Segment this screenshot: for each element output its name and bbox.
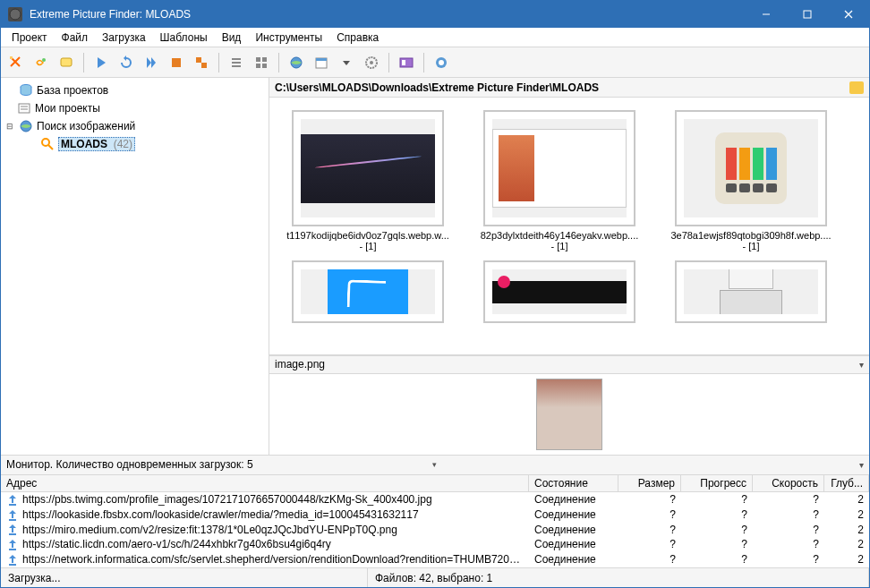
row-address: https://lookaside.fbsbx.com/lookaside/cr…	[1, 508, 529, 522]
monitor-row[interactable]: https://lookaside.fbsbx.com/lookaside/cr…	[1, 507, 869, 523]
svg-line-38	[48, 145, 53, 149]
svg-rect-2	[804, 11, 811, 18]
col-speed[interactable]: Скорость	[753, 475, 824, 491]
expander-icon[interactable]: ⊟	[4, 122, 15, 131]
status-files: Файлов: 42, выбрано: 1	[368, 568, 869, 587]
content-area: C:\Users\MLOADS\Downloads\Extreme Pictur…	[269, 78, 869, 455]
row-depth: 2	[824, 493, 869, 507]
thumbnail-item[interactable]	[470, 260, 649, 323]
tree-item-search[interactable]: ⊟ Поиск изображений	[4, 117, 265, 135]
chevron-down-icon[interactable]: ▾	[859, 360, 864, 370]
row-speed: ?	[753, 553, 824, 567]
row-size: ?	[618, 508, 681, 522]
col-depth[interactable]: Глуб...	[824, 475, 869, 491]
svg-rect-21	[262, 64, 267, 68]
tree-label: Поиск изображений	[37, 120, 135, 132]
tree-label: Мои проекты	[35, 102, 100, 115]
thumbnail-item[interactable]: 3e78a1ewjsf89qtobgi309h8f.webp.... - [1]	[661, 110, 840, 251]
row-speed: ?	[753, 538, 824, 551]
globe-button[interactable]	[285, 51, 308, 74]
monitor-row[interactable]: https://static.licdn.com/aero-v1/sc/h/24…	[1, 537, 869, 552]
tree-item-projects[interactable]: Мои проекты	[4, 99, 265, 117]
svg-point-0	[10, 9, 21, 20]
open-folder-button[interactable]	[849, 81, 864, 94]
titlebar: Extreme Picture Finder: MLOADS	[1, 1, 869, 28]
tree-label: База проектов	[37, 84, 108, 97]
monitor-row[interactable]: https://network.informatica.com/sfc/serv…	[1, 552, 869, 567]
skip-button[interactable]	[140, 51, 163, 74]
tree-item-db[interactable]: База проектов	[4, 81, 265, 99]
status-left: Загрузка...	[1, 568, 368, 587]
monitor-header[interactable]: Монитор. Количество одновременных загруз…	[1, 456, 869, 475]
thumbnail-grid[interactable]: t1197kodijqbe6idv0oz7gqls.webp.w... - [1…	[269, 98, 869, 355]
svg-point-31	[439, 60, 444, 65]
row-state: Соединение	[529, 524, 618, 537]
row-size: ?	[618, 538, 681, 551]
thumb-name: 82p3dylxtdeith46y146eyakv.webp....	[474, 230, 644, 241]
dropdown-arrow-button[interactable]	[335, 51, 358, 74]
thumbnail-item[interactable]	[661, 260, 840, 323]
close-button[interactable]	[828, 1, 869, 28]
menu-file[interactable]: Файл	[55, 30, 96, 46]
new-project-button[interactable]	[4, 51, 28, 74]
tree-item-active-project[interactable]: MLOADS (42)	[4, 135, 265, 153]
toolbar-separator	[388, 53, 389, 72]
row-state: Соединение	[529, 508, 618, 522]
menu-help[interactable]: Справка	[329, 30, 386, 46]
grid-button[interactable]	[250, 51, 273, 74]
col-address[interactable]: Адрес	[1, 475, 529, 491]
thumbnail-item[interactable]: 82p3dylxtdeith46y146eyakv.webp.... - [1]	[470, 110, 649, 251]
col-state[interactable]: Состояние	[529, 475, 618, 491]
svg-point-27	[370, 61, 373, 64]
thumb-name: t1197kodijqbe6idv0oz7gqls.webp.w...	[283, 230, 453, 241]
col-size[interactable]: Размер	[618, 475, 681, 491]
menu-download[interactable]: Загрузка	[95, 30, 153, 46]
stop-all-button[interactable]	[190, 51, 213, 74]
svg-rect-5	[10, 56, 13, 59]
row-depth: 2	[824, 508, 869, 522]
row-state: Соединение	[529, 493, 618, 507]
search-icon	[40, 137, 55, 151]
svg-marker-8	[98, 57, 106, 68]
play-button[interactable]	[90, 51, 113, 74]
monitor-columns: Адрес Состояние Размер Прогресс Скорость…	[1, 475, 869, 492]
statusbar: Загрузка... Файлов: 42, выбрано: 1	[1, 567, 869, 587]
row-size: ?	[618, 553, 681, 567]
note-button[interactable]	[55, 51, 78, 74]
monitor-row[interactable]: https://pbs.twimg.com/profile_images/107…	[1, 492, 869, 507]
row-speed: ?	[753, 493, 824, 507]
minimize-button[interactable]	[746, 1, 787, 28]
app-icon	[8, 7, 22, 21]
reload-button[interactable]	[115, 51, 138, 74]
chevron-down-icon[interactable]: ▾	[432, 460, 437, 469]
svg-rect-33	[19, 104, 30, 113]
row-depth: 2	[824, 524, 869, 537]
toolbar-separator	[83, 53, 84, 72]
maximize-button[interactable]	[787, 1, 828, 28]
help-button[interactable]	[430, 51, 453, 74]
edit-project-button[interactable]	[30, 51, 53, 74]
row-state: Соединение	[529, 538, 618, 551]
col-progress[interactable]: Прогресс	[681, 475, 753, 491]
thumbnail-item[interactable]: t1197kodijqbe6idv0oz7gqls.webp.w... - [1…	[278, 110, 457, 251]
toolbar	[1, 47, 869, 78]
settings-button[interactable]	[360, 51, 383, 74]
menu-tools[interactable]: Инструменты	[248, 30, 329, 46]
menu-view[interactable]: Вид	[215, 30, 249, 46]
row-progress: ?	[681, 493, 753, 507]
list-button[interactable]	[225, 51, 248, 74]
chevron-down-icon[interactable]: ▾	[859, 460, 864, 470]
menu-templates[interactable]: Шаблоны	[153, 30, 215, 46]
calendar-button[interactable]	[310, 51, 333, 74]
stop-button[interactable]	[165, 51, 188, 74]
preview-header[interactable]: image.png ▾	[269, 356, 869, 374]
row-depth: 2	[824, 538, 869, 551]
svg-rect-13	[196, 57, 201, 63]
thumbnail-item[interactable]	[278, 260, 457, 323]
menu-project[interactable]: Проект	[4, 30, 55, 46]
monitor-row[interactable]: https://miro.medium.com/v2/resize:fit:13…	[1, 523, 869, 538]
thumb-sub: - [1]	[743, 241, 760, 251]
database-icon	[19, 83, 33, 98]
thumb-sub: - [1]	[551, 241, 568, 251]
gallery-button[interactable]	[395, 51, 418, 74]
